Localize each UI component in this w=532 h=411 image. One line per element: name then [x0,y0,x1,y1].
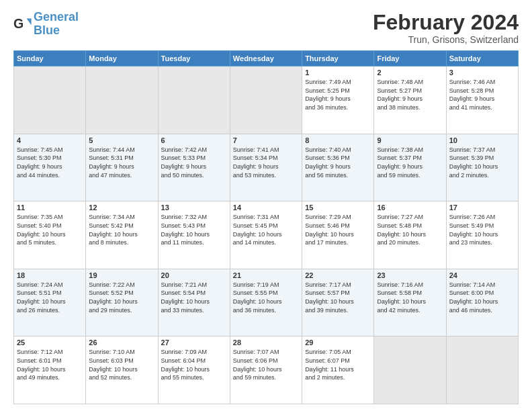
day-number: 2 [377,68,443,77]
day-number: 15 [305,203,371,212]
weekday-saturday: Saturday [446,51,518,66]
calendar-cell: 13Sunrise: 7:32 AM Sunset: 5:43 PM Dayli… [158,201,230,269]
calendar-cell: 19Sunrise: 7:22 AM Sunset: 5:52 PM Dayli… [86,269,158,336]
logo-icon: G [13,15,32,34]
day-number: 20 [161,271,227,279]
calendar-cell: 9Sunrise: 7:38 AM Sunset: 5:37 PM Daylig… [374,134,446,201]
day-number: 16 [377,203,443,212]
day-number: 26 [89,338,154,347]
week-row-2: 4Sunrise: 7:45 AM Sunset: 5:30 PM Daylig… [14,134,519,201]
svg-text:G: G [13,15,24,30]
day-number: 7 [233,136,299,144]
week-row-3: 11Sunrise: 7:35 AM Sunset: 5:40 PM Dayli… [14,201,519,269]
week-row-5: 25Sunrise: 7:12 AM Sunset: 6:01 PM Dayli… [14,336,519,404]
day-info: Sunrise: 7:26 AM Sunset: 5:49 PM Dayligh… [449,213,515,246]
calendar-cell: 23Sunrise: 7:16 AM Sunset: 5:58 PM Dayli… [374,269,446,336]
day-info: Sunrise: 7:29 AM Sunset: 5:46 PM Dayligh… [305,213,371,246]
day-info: Sunrise: 7:07 AM Sunset: 6:06 PM Dayligh… [233,348,299,381]
day-number: 4 [17,136,83,144]
calendar-cell: 26Sunrise: 7:10 AM Sunset: 6:03 PM Dayli… [86,336,158,404]
day-info: Sunrise: 7:37 AM Sunset: 5:39 PM Dayligh… [449,146,515,179]
calendar-cell [230,66,302,134]
calendar-cell: 25Sunrise: 7:12 AM Sunset: 6:01 PM Dayli… [14,336,86,404]
day-number: 11 [17,203,83,212]
day-info: Sunrise: 7:34 AM Sunset: 5:42 PM Dayligh… [89,213,154,246]
weekday-friday: Friday [374,51,446,66]
page: G General Blue February 2024 Trun, Griso… [0,0,532,411]
weekday-wednesday: Wednesday [230,51,302,66]
calendar-cell: 4Sunrise: 7:45 AM Sunset: 5:30 PM Daylig… [14,134,86,201]
day-info: Sunrise: 7:09 AM Sunset: 6:04 PM Dayligh… [161,348,227,381]
month-title: February 2024 [373,11,519,34]
day-info: Sunrise: 7:19 AM Sunset: 5:55 PM Dayligh… [233,281,299,314]
location: Trun, Grisons, Switzerland [373,34,519,45]
svg-marker-1 [27,18,32,25]
logo: G General Blue [13,11,79,38]
calendar-cell: 6Sunrise: 7:42 AM Sunset: 5:33 PM Daylig… [158,134,230,201]
calendar-cell: 15Sunrise: 7:29 AM Sunset: 5:46 PM Dayli… [302,201,374,269]
day-info: Sunrise: 7:35 AM Sunset: 5:40 PM Dayligh… [17,213,83,246]
day-info: Sunrise: 7:38 AM Sunset: 5:37 PM Dayligh… [377,146,443,179]
calendar-cell: 16Sunrise: 7:27 AM Sunset: 5:48 PM Dayli… [374,201,446,269]
calendar-cell: 24Sunrise: 7:14 AM Sunset: 6:00 PM Dayli… [446,269,518,336]
day-number: 10 [449,136,515,144]
weekday-thursday: Thursday [302,51,374,66]
calendar-cell [158,66,230,134]
day-info: Sunrise: 7:42 AM Sunset: 5:33 PM Dayligh… [161,146,227,179]
day-info: Sunrise: 7:45 AM Sunset: 5:30 PM Dayligh… [17,146,83,179]
header: G General Blue February 2024 Trun, Griso… [13,11,519,45]
calendar-cell: 12Sunrise: 7:34 AM Sunset: 5:42 PM Dayli… [86,201,158,269]
day-number: 24 [449,271,515,279]
day-info: Sunrise: 7:40 AM Sunset: 5:36 PM Dayligh… [305,146,371,179]
day-number: 29 [305,338,371,347]
day-number: 21 [233,271,299,279]
day-number: 9 [377,136,443,144]
day-number: 12 [89,203,154,212]
day-number: 5 [89,136,154,144]
day-number: 18 [17,271,83,279]
week-row-4: 18Sunrise: 7:24 AM Sunset: 5:51 PM Dayli… [14,269,519,336]
day-info: Sunrise: 7:24 AM Sunset: 5:51 PM Dayligh… [17,281,83,314]
logo-text: General Blue [34,11,79,38]
day-info: Sunrise: 7:17 AM Sunset: 5:57 PM Dayligh… [305,281,371,314]
calendar-cell: 21Sunrise: 7:19 AM Sunset: 5:55 PM Dayli… [230,269,302,336]
day-info: Sunrise: 7:48 AM Sunset: 5:27 PM Dayligh… [377,78,443,111]
day-info: Sunrise: 7:14 AM Sunset: 6:00 PM Dayligh… [449,281,515,314]
calendar-cell: 7Sunrise: 7:41 AM Sunset: 5:34 PM Daylig… [230,134,302,201]
day-number: 27 [161,338,227,347]
day-info: Sunrise: 7:44 AM Sunset: 5:31 PM Dayligh… [89,146,154,179]
day-number: 6 [161,136,227,144]
calendar-cell [14,66,86,134]
day-info: Sunrise: 7:21 AM Sunset: 5:54 PM Dayligh… [161,281,227,314]
calendar-cell: 28Sunrise: 7:07 AM Sunset: 6:06 PM Dayli… [230,336,302,404]
day-number: 22 [305,271,371,279]
weekday-tuesday: Tuesday [158,51,230,66]
calendar-cell: 1Sunrise: 7:49 AM Sunset: 5:25 PM Daylig… [302,66,374,134]
calendar-cell: 14Sunrise: 7:31 AM Sunset: 5:45 PM Dayli… [230,201,302,269]
calendar-cell [86,66,158,134]
calendar-cell [374,336,446,404]
day-number: 25 [17,338,83,347]
day-info: Sunrise: 7:32 AM Sunset: 5:43 PM Dayligh… [161,213,227,246]
day-info: Sunrise: 7:12 AM Sunset: 6:01 PM Dayligh… [17,348,83,381]
day-number: 13 [161,203,227,212]
day-info: Sunrise: 7:27 AM Sunset: 5:48 PM Dayligh… [377,213,443,246]
calendar-cell: 11Sunrise: 7:35 AM Sunset: 5:40 PM Dayli… [14,201,86,269]
day-number: 1 [305,68,371,77]
day-number: 28 [233,338,299,347]
day-info: Sunrise: 7:05 AM Sunset: 6:07 PM Dayligh… [305,348,371,381]
day-info: Sunrise: 7:16 AM Sunset: 5:58 PM Dayligh… [377,281,443,314]
calendar-cell: 27Sunrise: 7:09 AM Sunset: 6:04 PM Dayli… [158,336,230,404]
calendar-cell: 5Sunrise: 7:44 AM Sunset: 5:31 PM Daylig… [86,134,158,201]
day-number: 14 [233,203,299,212]
day-number: 17 [449,203,515,212]
calendar-cell: 17Sunrise: 7:26 AM Sunset: 5:49 PM Dayli… [446,201,518,269]
day-info: Sunrise: 7:49 AM Sunset: 5:25 PM Dayligh… [305,78,371,111]
day-number: 8 [305,136,371,144]
week-row-1: 1Sunrise: 7:49 AM Sunset: 5:25 PM Daylig… [14,66,519,134]
weekday-header-row: SundayMondayTuesdayWednesdayThursdayFrid… [14,51,519,66]
title-block: February 2024 Trun, Grisons, Switzerland [373,11,519,45]
day-number: 23 [377,271,443,279]
day-info: Sunrise: 7:10 AM Sunset: 6:03 PM Dayligh… [89,348,154,381]
calendar-cell: 22Sunrise: 7:17 AM Sunset: 5:57 PM Dayli… [302,269,374,336]
